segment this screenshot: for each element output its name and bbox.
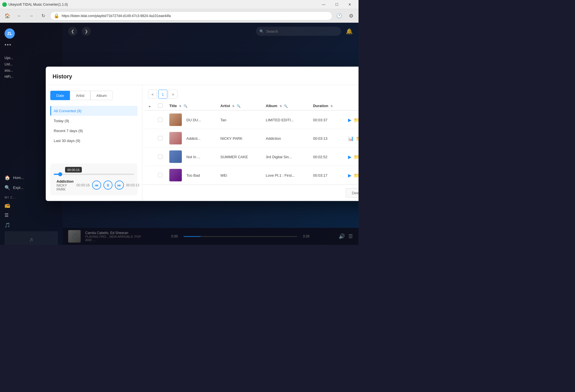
sidebar-dots: ••• bbox=[5, 42, 58, 48]
row2-album-art bbox=[169, 132, 182, 145]
playlist-icon: ☰ bbox=[5, 212, 9, 218]
dialog-body: Date Artist Album All Converted (9) Toda… bbox=[46, 85, 359, 201]
title-bar-controls: — ☐ ✕ bbox=[317, 0, 356, 9]
lock-icon: 🔒 bbox=[54, 13, 59, 18]
row4-album-art bbox=[169, 169, 182, 182]
row3-album-art bbox=[169, 151, 182, 163]
history-dialog: History ✕ Date Artist Album All Converte… bbox=[46, 67, 359, 201]
list-item-all[interactable]: All Converted (9) bbox=[50, 106, 138, 116]
row3-duration: 00:02:52 bbox=[310, 147, 345, 166]
row1-play-icon[interactable]: ▶ bbox=[348, 117, 351, 122]
dialog-title: History bbox=[53, 73, 72, 80]
row1-album-art bbox=[169, 114, 182, 126]
album-search-icon[interactable]: 🔍 bbox=[284, 104, 288, 108]
row2-artist: NICKY PARK bbox=[217, 129, 262, 147]
right-panel: < 1 > ⌄ bbox=[142, 85, 359, 201]
address-bar: 🔒 https://listen.tidal.com/playlist/71b7… bbox=[50, 11, 332, 20]
title-search-icon[interactable]: 🔍 bbox=[184, 104, 188, 108]
row1-folder-icon[interactable]: 📁 bbox=[354, 117, 359, 122]
history-button[interactable]: 🕐 bbox=[334, 11, 344, 21]
col-artist: Artist ⇅ 🔍 bbox=[217, 101, 262, 110]
row4-album: Love Pt.1 : First... bbox=[262, 166, 310, 184]
table-row: DU DU... Tan LIMITED EDITI... 00:03:37 ▶ bbox=[145, 110, 359, 129]
back-button[interactable]: ← bbox=[14, 11, 24, 21]
delete-button[interactable]: Delete bbox=[346, 188, 359, 198]
row1-duration: 00:03:37 bbox=[310, 110, 345, 129]
row4-checkbox[interactable] bbox=[158, 173, 163, 178]
player-current-time: 00:00:16 bbox=[76, 183, 90, 187]
forward-button[interactable]: → bbox=[26, 11, 36, 21]
row2-duration: 00:03:13 bbox=[310, 129, 345, 147]
row3-actions: ▶ 📁 🗑 bbox=[348, 154, 359, 159]
row3-folder-icon[interactable]: 📁 bbox=[354, 154, 359, 159]
col-title: Title ⇅ 🔍 bbox=[166, 101, 217, 110]
title-bar-title: Ukeysoft TIDAL Music Converter(1.1.0) bbox=[9, 3, 317, 7]
col-actions bbox=[345, 101, 359, 110]
pagination-next[interactable]: > bbox=[168, 90, 178, 99]
player-total-time: 00:03:13 bbox=[126, 183, 139, 187]
home-icon: 🏠 bbox=[5, 175, 10, 180]
select-all-checkbox[interactable] bbox=[158, 103, 163, 108]
row2-title: Addicti... bbox=[186, 136, 201, 140]
album-sort-icon[interactable]: ⇅ bbox=[280, 104, 282, 107]
row2-title-cell: Addicti... bbox=[169, 132, 214, 145]
table-body: DU DU... Tan LIMITED EDITI... 00:03:37 ▶ bbox=[145, 110, 359, 185]
row2-folder-icon[interactable]: 📁 bbox=[356, 135, 359, 141]
maximize-button[interactable]: ☐ bbox=[330, 0, 343, 9]
row4-actions: ▶ 📁 🗑 bbox=[348, 172, 359, 178]
sidebar-radio[interactable]: 📻 bbox=[0, 200, 63, 210]
reload-button[interactable]: ↻ bbox=[38, 11, 48, 21]
minimize-button[interactable]: — bbox=[317, 0, 330, 9]
app-background: ZL ••• Upc... List... sou... HiFi... 🏠 H… bbox=[0, 23, 359, 245]
row2-checkbox[interactable] bbox=[158, 136, 163, 141]
row3-album: 3rd Digital Sin... bbox=[262, 147, 310, 166]
artist-sort-icon[interactable]: ⇅ bbox=[232, 104, 234, 107]
main-content: ❮ ❯ 🔍 Search 🔔 History ✕ bbox=[63, 23, 359, 245]
row1-album: LIMITED EDITI... bbox=[262, 110, 310, 129]
settings-button[interactable]: ⚙ bbox=[346, 11, 356, 21]
row4-folder-icon[interactable]: 📁 bbox=[354, 172, 359, 178]
sidebar-playlist[interactable]: ☰ bbox=[0, 210, 63, 220]
next-button[interactable]: ⏭ bbox=[115, 181, 124, 190]
list-item-recent7[interactable]: Recent 7 days (9) bbox=[50, 126, 138, 136]
row1-checkbox[interactable] bbox=[158, 118, 163, 122]
pause-button[interactable]: ⏸ bbox=[103, 181, 113, 190]
tab-date[interactable]: Date bbox=[50, 91, 70, 100]
duration-sort-icon[interactable]: ⇅ bbox=[330, 104, 333, 107]
history-table: ⌄ Title ⇅ 🔍 bbox=[145, 101, 359, 185]
table-container: ⌄ Title ⇅ 🔍 bbox=[142, 101, 359, 185]
home-button[interactable]: 🏠 bbox=[2, 11, 13, 21]
pagination: < 1 > bbox=[142, 85, 359, 101]
row1-title: DU DU... bbox=[186, 118, 201, 122]
artist-search-icon[interactable]: 🔍 bbox=[237, 104, 241, 108]
row3-checkbox[interactable] bbox=[158, 155, 163, 159]
pagination-prev[interactable]: < bbox=[148, 90, 157, 99]
sidebar-music-icon[interactable]: 🎵 bbox=[0, 220, 63, 230]
col-checkbox bbox=[155, 101, 166, 110]
title-bar: Ukeysoft TIDAL Music Converter(1.1.0) — … bbox=[0, 0, 359, 9]
table-row: Addicti... NICKY PARK Addiction 00:03:13… bbox=[145, 129, 359, 147]
sidebar-explore-label: Expl... bbox=[13, 185, 23, 190]
close-window-button[interactable]: ✕ bbox=[343, 0, 356, 9]
tab-album[interactable]: Album bbox=[90, 91, 113, 100]
radio-icon: 📻 bbox=[5, 203, 10, 208]
dialog-footer: Delete bbox=[142, 185, 359, 201]
list-item-today[interactable]: Today (9) bbox=[50, 116, 138, 126]
col-expand: ⌄ bbox=[145, 101, 155, 110]
player-time-tooltip: 00:00:16 bbox=[65, 167, 82, 173]
player-progress-bar[interactable] bbox=[54, 174, 134, 175]
col-album: Album ⇅ 🔍 bbox=[262, 101, 310, 110]
row4-play-icon[interactable]: ▶ bbox=[348, 172, 351, 178]
row2-chart-icon[interactable]: 📊 bbox=[348, 135, 354, 141]
prev-button[interactable]: ⏮ bbox=[92, 181, 101, 190]
browser-toolbar: 🏠 ← → ↻ 🔒 https://listen.tidal.com/playl… bbox=[0, 9, 359, 23]
col-duration: Duration ⇅ bbox=[310, 101, 345, 110]
pagination-current[interactable]: 1 bbox=[158, 90, 167, 99]
row2-actions: 📊 📁 🗑 bbox=[348, 135, 359, 141]
row3-play-icon[interactable]: ▶ bbox=[348, 154, 351, 159]
tab-artist[interactable]: Artist bbox=[70, 91, 90, 100]
sidebar-home-label: Hom... bbox=[13, 176, 24, 180]
title-sort-icon[interactable]: ⇅ bbox=[179, 104, 181, 107]
list-item-last30[interactable]: Last 30 days (9) bbox=[50, 136, 138, 146]
table-header-row: ⌄ Title ⇅ 🔍 bbox=[145, 101, 359, 110]
